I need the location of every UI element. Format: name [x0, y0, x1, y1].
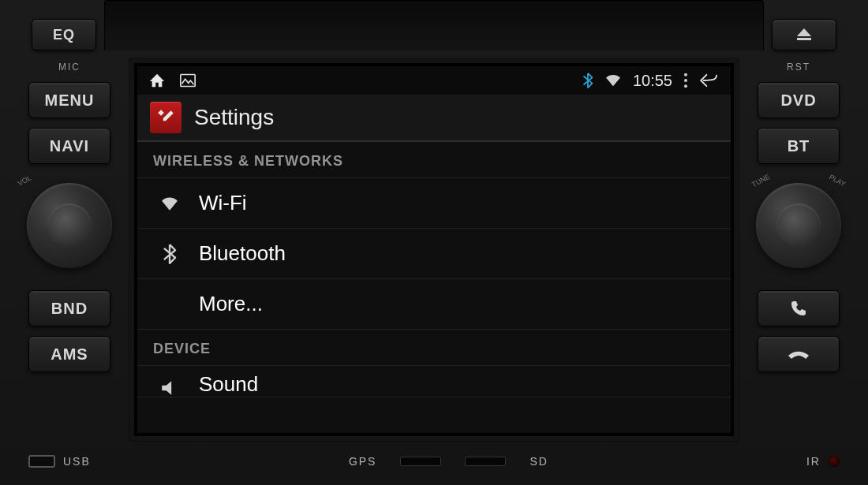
- phone-hangup-icon: [787, 346, 810, 362]
- svg-point-2: [684, 73, 687, 76]
- row-sound[interactable]: Sound: [137, 366, 731, 397]
- ir-label: IR: [806, 455, 821, 468]
- row-label: Sound: [199, 372, 258, 397]
- clock: 10:55: [633, 72, 672, 90]
- row-label: Wi-Fi: [199, 191, 247, 215]
- ir-group: IR: [806, 455, 840, 468]
- svg-rect-1: [181, 75, 195, 87]
- volume-knob[interactable]: VOL: [22, 178, 117, 273]
- row-label: Bluetooth: [199, 241, 286, 266]
- phone-answer-button[interactable]: [758, 290, 840, 326]
- navi-button[interactable]: NAVI: [28, 128, 110, 164]
- disc-slot: [104, 0, 764, 50]
- usb-label: USB: [63, 455, 91, 468]
- ir-receiver: [829, 456, 840, 467]
- screen-frame: 10:55 Settings: [129, 58, 739, 441]
- middle-row: MIC MENU NAVI VOL BND AMS: [0, 55, 868, 441]
- bluetooth-status-icon: [582, 73, 593, 88]
- gps-slot[interactable]: [400, 457, 441, 466]
- eject-icon: [795, 28, 813, 41]
- settings-title: Settings: [194, 105, 274, 130]
- settings-header: Settings: [137, 95, 731, 142]
- android-statusbar[interactable]: 10:55: [137, 66, 731, 95]
- row-bluetooth[interactable]: Bluetooth: [137, 229, 731, 279]
- svg-point-3: [684, 79, 687, 82]
- sound-icon: [158, 379, 181, 397]
- tune-arc-label-right: PLAY: [828, 173, 847, 188]
- bluetooth-icon: [158, 244, 181, 264]
- sd-group: GPS SD: [349, 455, 548, 468]
- usb-port[interactable]: [28, 455, 55, 468]
- section-wireless: WIRELESS & NETWORKS: [137, 142, 731, 178]
- home-icon[interactable]: [148, 73, 166, 88]
- dvd-button[interactable]: DVD: [758, 82, 840, 118]
- right-side-panel: RST DVD BT TUNE PLAY: [743, 55, 854, 441]
- phone-answer-icon: [788, 299, 810, 318]
- gallery-icon[interactable]: [180, 73, 196, 88]
- settings-app-icon: [150, 102, 181, 133]
- ams-button[interactable]: AMS: [28, 336, 110, 372]
- wifi-icon: [158, 195, 181, 212]
- wifi-status-icon: [604, 73, 622, 88]
- eq-button[interactable]: EQ: [32, 19, 96, 50]
- car-head-unit: EQ MIC MENU NAVI VOL BND AMS: [0, 0, 868, 485]
- top-hardware-row: EQ: [0, 0, 868, 55]
- sd-label: SD: [529, 455, 548, 468]
- sd-slot[interactable]: [465, 457, 506, 466]
- bnd-button[interactable]: BND: [28, 290, 110, 326]
- eject-button[interactable]: [772, 19, 836, 50]
- mic-label: MIC: [58, 62, 80, 73]
- overflow-menu-icon[interactable]: [683, 73, 688, 88]
- phone-hangup-button[interactable]: [758, 336, 840, 372]
- bottom-ports-row: USB GPS SD IR: [0, 441, 868, 485]
- row-wifi[interactable]: Wi-Fi: [137, 178, 731, 229]
- svg-rect-0: [797, 38, 811, 40]
- settings-list[interactable]: WIRELESS & NETWORKS Wi-Fi Bluetooth: [137, 142, 731, 433]
- row-label: More...: [199, 292, 263, 316]
- usb-group: USB: [28, 455, 91, 468]
- svg-rect-5: [158, 110, 164, 116]
- tune-knob[interactable]: TUNE PLAY: [751, 178, 846, 273]
- gps-label: GPS: [349, 455, 377, 468]
- svg-point-4: [684, 84, 687, 88]
- back-icon[interactable]: [699, 73, 720, 88]
- rst-label: RST: [787, 62, 810, 73]
- android-screen: 10:55 Settings: [137, 66, 731, 433]
- vol-arc-label: VOL: [17, 173, 33, 187]
- row-more[interactable]: More...: [137, 279, 731, 330]
- tune-arc-label-left: TUNE: [750, 173, 771, 188]
- menu-button[interactable]: MENU: [28, 82, 110, 118]
- bt-button[interactable]: BT: [758, 128, 840, 164]
- left-side-panel: MIC MENU NAVI VOL BND AMS: [14, 55, 125, 441]
- section-device: DEVICE: [137, 330, 731, 366]
